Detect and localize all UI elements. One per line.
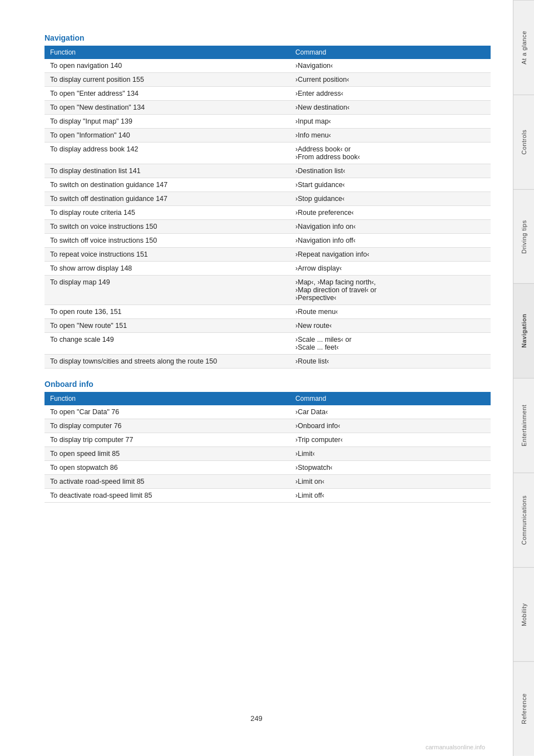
tab-controls[interactable]: Controls [513,95,534,189]
nav-function-cell: To open "New destination" 134 [44,101,290,115]
table-row: To display route criteria 145›Route pref… [44,206,491,220]
onboard-function-cell: To open "Car Data" 76 [44,405,290,419]
nav-command-cell: ›Current position‹ [290,73,491,87]
table-row: To display destination list 141›Destinat… [44,164,491,178]
nav-function-cell: To display "Input map" 139 [44,115,290,129]
table-row: To open "New route" 151›New route‹ [44,319,491,333]
nav-function-cell: To open navigation 140 [44,59,290,73]
table-row: To display current position 155›Current … [44,73,491,87]
table-row: To switch on voice instructions 150›Navi… [44,220,491,234]
table-row: To deactivate road-speed limit 85›Limit … [44,489,491,503]
nav-function-cell: To display current position 155 [44,73,290,87]
onboard-function-cell: To open speed limit 85 [44,447,290,461]
navigation-section: Navigation Function Command To open navi… [44,33,491,369]
nav-col-function: Function [44,46,290,59]
table-row: To display trip computer 77›Trip compute… [44,433,491,447]
tab-at-a-glance[interactable]: At a glance [513,0,534,95]
table-row: To open "Car Data" 76›Car Data‹ [44,405,491,419]
onboard-info-table: Function Command To open "Car Data" 76›C… [44,392,491,503]
onboard-command-cell: ›Stopwatch‹ [290,461,491,475]
table-row: To repeat voice instructions 151›Repeat … [44,248,491,262]
table-row: To switch off destination guidance 147›S… [44,192,491,206]
nav-command-cell: ›Enter address‹ [290,87,491,101]
table-row: To show arrow display 148›Arrow display‹ [44,262,491,276]
sidebar-tabs: At a glance Controls Driving tips Naviga… [513,0,534,756]
nav-command-cell: ›Start guidance‹ [290,178,491,192]
nav-function-cell: To change scale 149 [44,333,290,355]
onboard-info-section: Onboard info Function Command To open "C… [44,380,491,503]
table-row: To display "Input map" 139›Input map‹ [44,115,491,129]
nav-command-cell: ›Info menu‹ [290,129,491,143]
onboard-command-cell: ›Onboard info‹ [290,419,491,433]
nav-command-cell: ›Route menu‹ [290,305,491,319]
nav-function-cell: To display towns/cities and streets alon… [44,355,290,369]
onboard-function-cell: To activate road-speed limit 85 [44,475,290,489]
onboard-function-cell: To deactivate road-speed limit 85 [44,489,290,503]
nav-command-cell: ›Input map‹ [290,115,491,129]
onboard-info-section-title: Onboard info [44,380,491,389]
nav-function-cell: To switch off destination guidance 147 [44,192,290,206]
onboard-function-cell: To display computer 76 [44,419,290,433]
nav-col-command: Command [290,46,491,59]
nav-command-cell: ›Route list‹ [290,355,491,369]
table-row: To open speed limit 85›Limit‹ [44,447,491,461]
table-row: To open stopwatch 86›Stopwatch‹ [44,461,491,475]
nav-function-cell: To display route criteria 145 [44,206,290,220]
nav-function-cell: To switch off voice instructions 150 [44,234,290,248]
nav-function-cell: To switch on destination guidance 147 [44,178,290,192]
table-row: To display towns/cities and streets alon… [44,355,491,369]
navigation-section-title: Navigation [44,33,491,42]
nav-command-cell: ›Address book‹ or ›From address book‹ [290,143,491,164]
nav-command-cell: ›Navigation‹ [290,59,491,73]
tab-driving-tips[interactable]: Driving tips [513,189,534,284]
onboard-command-cell: ›Limit on‹ [290,475,491,489]
nav-command-cell: ›Route preference‹ [290,206,491,220]
navigation-table: Function Command To open navigation 140›… [44,46,491,369]
tab-mobility[interactable]: Mobility [513,567,534,662]
nav-command-cell: ›Navigation info off‹ [290,234,491,248]
main-content: Navigation Function Command To open navi… [0,0,513,756]
tab-entertainment[interactable]: Entertainment [513,378,534,473]
onboard-function-cell: To open stopwatch 86 [44,461,290,475]
nav-function-cell: To show arrow display 148 [44,262,290,276]
nav-command-cell: ›Navigation info on‹ [290,220,491,234]
nav-function-cell: To open "New route" 151 [44,319,290,333]
nav-command-cell: ›Stop guidance‹ [290,192,491,206]
page-container: Navigation Function Command To open navi… [0,0,534,756]
tab-reference[interactable]: Reference [513,661,534,756]
onboard-function-cell: To display trip computer 77 [44,433,290,447]
table-row: To switch off voice instructions 150›Nav… [44,234,491,248]
nav-function-cell: To display map 149 [44,276,290,305]
page-number: 249 [250,714,263,723]
nav-command-cell: ›Repeat navigation info‹ [290,248,491,262]
tab-navigation[interactable]: Navigation [513,283,534,378]
nav-command-cell: ›New destination‹ [290,101,491,115]
nav-function-cell: To switch on voice instructions 150 [44,220,290,234]
nav-function-cell: To display destination list 141 [44,164,290,178]
nav-command-cell: ›New route‹ [290,319,491,333]
watermark: carmanualsonline.info [426,744,485,750]
tab-communications[interactable]: Communications [513,473,534,567]
table-row: To switch on destination guidance 147›St… [44,178,491,192]
nav-command-cell: ›Map‹, ›Map facing north‹, ›Map directio… [290,276,491,305]
table-row: To open "New destination" 134›New destin… [44,101,491,115]
onboard-col-function: Function [44,392,290,405]
nav-command-cell: ›Destination list‹ [290,164,491,178]
onboard-command-cell: ›Limit‹ [290,447,491,461]
table-row: To open route 136, 151›Route menu‹ [44,305,491,319]
nav-function-cell: To open "Enter address" 134 [44,87,290,101]
table-row: To change scale 149›Scale ... miles‹ or … [44,333,491,355]
nav-function-cell: To repeat voice instructions 151 [44,248,290,262]
onboard-command-cell: ›Car Data‹ [290,405,491,419]
nav-command-cell: ›Scale ... miles‹ or ›Scale ... feet‹ [290,333,491,355]
nav-function-cell: To open "Information" 140 [44,129,290,143]
table-row: To display computer 76›Onboard info‹ [44,419,491,433]
onboard-command-cell: ›Trip computer‹ [290,433,491,447]
nav-function-cell: To display address book 142 [44,143,290,164]
table-row: To open "Information" 140›Info menu‹ [44,129,491,143]
table-row: To open navigation 140›Navigation‹ [44,59,491,73]
table-row: To display address book 142›Address book… [44,143,491,164]
nav-command-cell: ›Arrow display‹ [290,262,491,276]
table-row: To open "Enter address" 134›Enter addres… [44,87,491,101]
nav-function-cell: To open route 136, 151 [44,305,290,319]
